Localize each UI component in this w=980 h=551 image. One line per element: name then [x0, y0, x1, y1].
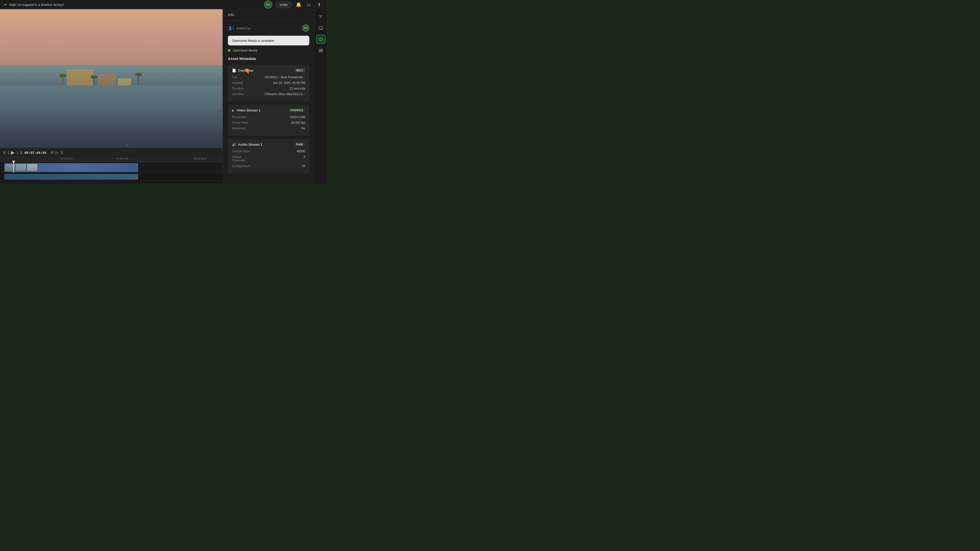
- file-label: File: [232, 76, 255, 79]
- frame-rate-value: 30.000 fps: [255, 121, 305, 124]
- play-button[interactable]: ▶: [11, 150, 14, 156]
- sample-rate-label: Sample Rate: [232, 149, 255, 153]
- video-track: [0, 162, 223, 173]
- audio-stream-title: Audio Stream 1: [238, 143, 262, 146]
- grid-icon: [318, 48, 323, 53]
- library-icon[interactable]: 🗂: [305, 2, 312, 7]
- file-value: 20240811 - Boat Painted Wi...: [255, 76, 305, 79]
- added-by-row: 👤+ Added by PG: [228, 24, 309, 32]
- fast-forward-button[interactable]: ⟩⟩: [20, 151, 22, 155]
- svg-rect-3: [319, 27, 323, 29]
- container-card: 📄 Container MOV File 20240811 - Boat Pai…: [228, 65, 309, 102]
- sample-rate-row: Sample Rate 48000: [232, 149, 305, 153]
- project-title: help! i'm trapped in a timeline factory!: [9, 3, 64, 6]
- container-card-header: 📄 Container MOV: [232, 68, 305, 73]
- svg-rect-7: [319, 49, 321, 50]
- prev-frame-button[interactable]: ⟨: [8, 151, 9, 155]
- timeline-view-button[interactable]: [316, 46, 325, 55]
- pencil-icon: ✏: [4, 3, 7, 6]
- created-value: Jan 29, 2025, 04:08 PM: [255, 81, 305, 85]
- info-icon: [318, 37, 323, 41]
- file-row: File 20240811 - Boat Painted Wi...: [232, 76, 305, 79]
- resolution-label: Resolution: [232, 115, 255, 119]
- filter-settings-button[interactable]: [316, 12, 325, 21]
- filter-icon: [318, 14, 323, 19]
- audio-waveform: [5, 174, 138, 179]
- expand-icon[interactable]: ⤢: [126, 143, 129, 148]
- info-content[interactable]: 👤+ Added by PG Optimized Media is availa…: [223, 21, 314, 184]
- interlaced-row: Interlaced No: [232, 127, 305, 130]
- output-channels-label: Output Channels: [232, 155, 255, 162]
- output-channels-row: Output Channels 2: [232, 155, 305, 162]
- ruler-label-3: 00:08:36:03: [194, 157, 207, 160]
- audio-icon: 🔊: [232, 143, 236, 146]
- timeline-area: ⟨⟨ ⟨ ▶ ⟩ ⟩⟩ 00:07:44:04 ↺ ▷ ⟩⟩ 00:07:56:…: [0, 148, 223, 184]
- user-avatar: PG: [264, 0, 272, 9]
- identifier-row: Identifier f706ae01-06ee-4fbd-8a21-b...: [232, 92, 305, 96]
- interlaced-value: No: [255, 127, 305, 130]
- video-stream-card: ▶ Video Stream 1 PRORES Resolution 1920×…: [228, 105, 309, 136]
- reflection: [0, 109, 223, 148]
- svg-rect-10: [321, 51, 323, 52]
- optimized-media-row[interactable]: Optimized Media: [228, 48, 309, 52]
- configuration-value: 16: [255, 164, 305, 168]
- duration-row: Duration 23 seconds: [232, 87, 305, 90]
- playhead[interactable]: [13, 162, 14, 173]
- clip-thumb-1: [5, 164, 15, 171]
- created-label: Created: [232, 81, 255, 85]
- forward-play-button[interactable]: ▷: [56, 151, 59, 155]
- chat-button[interactable]: [316, 24, 325, 33]
- skip-forward-button[interactable]: ⟩⟩: [60, 151, 63, 155]
- audio-stream-card-header: 🔊 Audio Stream 1 RAW: [232, 142, 305, 146]
- frame-rate-label: Frame Rate: [232, 121, 255, 124]
- right-sidebar: [314, 9, 327, 184]
- info-header: Info: [223, 9, 314, 21]
- title-bar: ✏ help! i'm trapped in a timeline factor…: [0, 0, 327, 9]
- clip-thumb-3: [27, 164, 37, 171]
- chat-icon: [318, 26, 323, 30]
- timeline-ruler: 00:07:56:12 00:08:16:08 00:08:36:03: [0, 157, 223, 162]
- video-stream-card-header: ▶ Video Stream 1 PRORES: [232, 108, 305, 112]
- video-stream-title: Video Stream 1: [237, 108, 261, 112]
- next-frame-button[interactable]: ⟩: [17, 151, 18, 155]
- raw-badge: RAW: [294, 142, 305, 146]
- video-area: ⟨⟨ ⟨ ▶ ⟩ ⟩⟩ 00:07:44:04 ↺ ▷ ⟩⟩ 00:07:56:…: [0, 9, 223, 184]
- video-preview[interactable]: [0, 9, 223, 148]
- output-channels-value: 2: [255, 155, 305, 159]
- notification-icon[interactable]: 🔔: [295, 2, 302, 7]
- svg-rect-9: [319, 51, 321, 52]
- optimized-media-tooltip-text: Optimized Media is available: [232, 39, 274, 43]
- resolution-row: Resolution 1920×1080: [232, 115, 305, 119]
- resolution-value: 1920×1080: [255, 115, 305, 119]
- added-by-label: Added by: [236, 26, 300, 30]
- video-stream-header-left: ▶ Video Stream 1: [232, 108, 261, 112]
- audio-stream-card: 🔊 Audio Stream 1 RAW Sample Rate 48000 O…: [228, 139, 309, 173]
- clip-thumb-2: [16, 164, 26, 171]
- timecode-display: 00:07:44:04: [24, 151, 46, 155]
- timeline-tracks[interactable]: 00:07:56:12 00:08:16:08 00:08:36:03: [0, 157, 223, 184]
- info-button[interactable]: [316, 35, 325, 44]
- video-clip-1[interactable]: [4, 163, 138, 172]
- video-icon: ▶: [232, 108, 234, 112]
- audio-clip[interactable]: [4, 174, 138, 179]
- container-format-badge: MOV: [294, 68, 305, 73]
- created-row: Created Jan 29, 2025, 04:08 PM: [232, 81, 305, 85]
- rewind-button[interactable]: ⟨⟨: [3, 151, 6, 155]
- frame-rate-row: Frame Rate 30.000 fps: [232, 121, 305, 124]
- duration-value: 23 seconds: [255, 87, 305, 90]
- person-add-icon: 👤+: [228, 26, 234, 30]
- duration-label: Duration: [232, 87, 255, 90]
- container-icon: 📄: [232, 68, 236, 73]
- container-title: Container: [238, 68, 254, 73]
- loop-button[interactable]: ↺: [51, 151, 54, 155]
- configuration-row: Configuration 16: [232, 164, 305, 168]
- svg-point-6: [321, 38, 321, 39]
- timeline-controls: ⟨⟨ ⟨ ▶ ⟩ ⟩⟩ 00:07:44:04 ↺ ▷ ⟩⟩: [0, 148, 223, 157]
- svg-rect-8: [321, 49, 323, 50]
- info-panel: Info 👤+ Added by PG Optimized Media is a…: [223, 9, 314, 184]
- export-icon[interactable]: ⬆: [315, 2, 323, 7]
- optimized-media-label: Optimized Media: [232, 48, 258, 52]
- sky-layer: [0, 9, 223, 65]
- optimized-media-tooltip: Optimized Media is available: [228, 36, 309, 45]
- invite-button[interactable]: Invite: [275, 1, 292, 8]
